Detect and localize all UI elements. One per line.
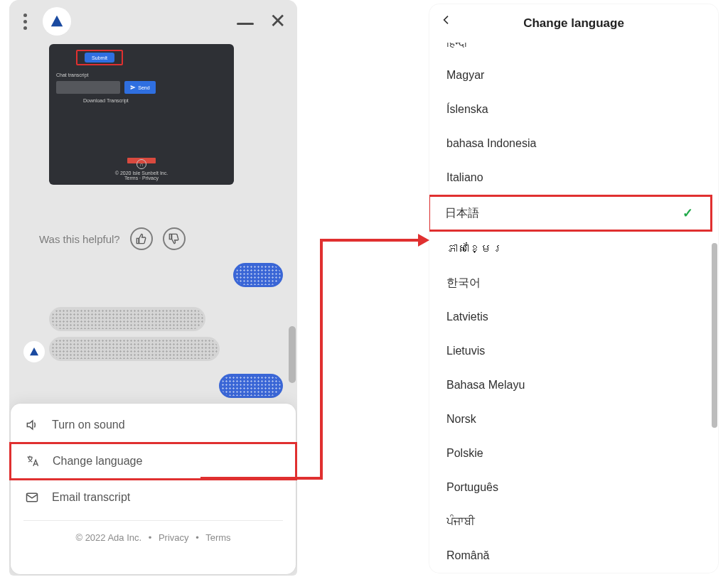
close-button[interactable]: ✕ <box>269 11 286 31</box>
language-option[interactable]: ភាសាខ្មែរ <box>429 232 711 266</box>
language-label: 日本語 <box>445 206 479 221</box>
chat-widget: ✕ Submit Chat transcript Send D <box>9 0 297 576</box>
footer-links: Terms · Privacy <box>124 176 159 180</box>
check-icon: ✓ <box>682 205 693 221</box>
menu-item-sound[interactable]: Turn on sound <box>11 408 296 442</box>
chat-topbar: ✕ <box>9 0 297 43</box>
sound-icon <box>23 418 41 432</box>
language-option[interactable]: Magyar <box>429 58 711 92</box>
language-label: Română <box>446 549 489 562</box>
back-button[interactable] <box>441 14 452 26</box>
arrow-head-icon <box>418 234 429 247</box>
language-scrollbar[interactable] <box>712 43 717 570</box>
language-label: Norsk <box>446 413 476 426</box>
language-option[interactable]: Bahasa Melayu <box>429 368 711 402</box>
bot-message-bubble <box>49 337 220 361</box>
language-option[interactable]: bahasa Indonesia <box>429 126 711 161</box>
section-label: Chat transcript <box>56 72 89 77</box>
language-option[interactable]: Română <box>429 539 711 570</box>
thumbs-up-icon <box>136 233 147 244</box>
footer-copyright: © 2020 Isle Sunbelt Inc. <box>115 171 168 176</box>
language-label: Italiano <box>446 171 483 184</box>
menu-item-email-transcript[interactable]: Email transcript <box>11 480 296 514</box>
language-option[interactable]: 한국어 <box>429 266 711 300</box>
language-header: Change language <box>429 4 718 43</box>
submit-pill: Submit <box>85 53 114 63</box>
annotation-arrow <box>320 240 323 480</box>
translate-icon <box>24 454 41 468</box>
language-label: Polskie <box>446 447 483 460</box>
language-option[interactable]: Íslenska <box>429 92 711 126</box>
language-option[interactable]: Italiano <box>429 161 711 195</box>
language-option[interactable]: Lietuvis <box>429 334 711 368</box>
feedback-prompt: Was this helpful? <box>39 233 120 245</box>
language-label: Latvietis <box>446 311 488 323</box>
language-label: Íslenska <box>446 103 488 116</box>
language-label: bahasa Indonesia <box>446 137 536 150</box>
footer-privacy-link[interactable]: Privacy <box>159 532 189 543</box>
language-label: हिन्दी <box>446 43 467 50</box>
panel-title: Change language <box>523 16 624 31</box>
language-option[interactable]: Polskie <box>429 436 711 470</box>
annotation-arrow <box>320 239 419 242</box>
options-menu: Turn on sound Change language Email tran… <box>11 404 296 574</box>
language-label: Português <box>446 481 498 494</box>
language-option[interactable]: 日本語✓ <box>429 195 712 232</box>
send-pill: Send <box>124 81 156 94</box>
language-label: 한국어 <box>446 276 481 291</box>
language-option[interactable]: ਪੰਜਾਬੀ <box>429 505 711 539</box>
bot-message-bubble <box>49 307 205 331</box>
language-option[interactable]: हिन्दी <box>429 43 711 58</box>
thumbs-down-button[interactable] <box>163 227 186 250</box>
kebab-menu-button[interactable] <box>21 11 30 33</box>
chat-scroll-area: Submit Chat transcript Send Download Tra… <box>9 43 297 406</box>
minimize-button[interactable] <box>237 23 254 25</box>
language-label: ਪੰਜਾਬੀ <box>446 515 475 528</box>
footer-terms-link[interactable]: Terms <box>205 532 230 543</box>
chevron-left-icon <box>441 14 452 26</box>
brand-logo <box>43 7 71 36</box>
user-message-bubble <box>219 374 283 398</box>
language-option[interactable]: Português <box>429 470 711 505</box>
headset-icon: ∩ <box>136 159 146 169</box>
language-option[interactable]: Norsk <box>429 402 711 436</box>
language-label: Magyar <box>446 69 484 82</box>
language-option[interactable]: Latvietis <box>429 300 711 334</box>
bot-avatar <box>23 341 45 362</box>
menu-item-label: Email transcript <box>52 491 130 504</box>
annotation-arrow <box>200 477 323 480</box>
inner-highlight-box: Submit <box>76 50 123 65</box>
download-link-label: Download Transcript <box>83 98 129 103</box>
menu-item-change-language[interactable]: Change language <box>9 442 297 480</box>
language-scroll-area: हिन्दीMagyarÍslenskabahasa IndonesiaItal… <box>429 43 718 570</box>
thumbs-up-button[interactable] <box>130 227 153 250</box>
language-label: Lietuvis <box>446 345 485 357</box>
footer-copyright: © 2022 Ada Inc. <box>75 532 141 543</box>
language-label: ភាសាខ្មែរ <box>446 242 503 255</box>
language-label: Bahasa Melayu <box>446 379 525 392</box>
mountain-icon <box>49 14 65 29</box>
menu-footer: © 2022 Ada Inc. • Privacy • Terms <box>11 521 296 553</box>
user-message-bubble <box>233 263 283 287</box>
language-panel: Change language हिन्दीMagyarÍslenskabaha… <box>429 4 718 573</box>
thumbs-down-icon <box>168 233 180 244</box>
menu-item-label: Change language <box>53 455 142 468</box>
email-field-placeholder <box>56 81 120 94</box>
menu-item-label: Turn on sound <box>52 419 125 431</box>
email-icon <box>23 490 41 505</box>
mountain-icon <box>28 346 40 357</box>
help-article-image: Submit Chat transcript Send Download Tra… <box>49 44 234 185</box>
feedback-row: Was this helpful? <box>39 227 186 250</box>
